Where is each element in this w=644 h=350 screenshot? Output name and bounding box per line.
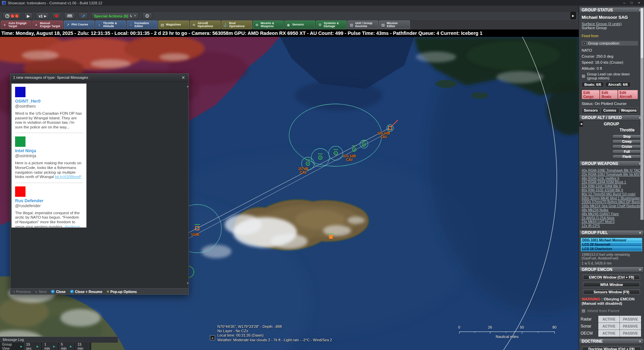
message-window-header[interactable]: 1 new messages of type: Special Messages bbox=[10, 74, 189, 82]
hashtag-link[interactable]: #wakeup bbox=[65, 225, 80, 228]
toolbar-tool-button[interactable]: BoatOperations bbox=[221, 20, 252, 29]
passive-button[interactable]: PASSIVE bbox=[620, 330, 641, 337]
panel-header-group-emcon[interactable]: GROUP EMCON« bbox=[579, 267, 644, 272]
recording-interval-button[interactable]: 1 min▶ bbox=[42, 341, 57, 350]
toolbar-tool-button[interactable]: Magazines bbox=[158, 20, 189, 29]
expand-icon[interactable]: ▲ bbox=[210, 335, 215, 340]
throttle-preset-button[interactable]: Creep bbox=[612, 139, 642, 143]
contact-label[interactable]: 125.2dBCAV bbox=[373, 131, 394, 139]
maximize-button[interactable]: □ bbox=[631, 1, 633, 5]
emcon-window-button[interactable]: EMCON Window (Ctrl + F9) bbox=[583, 275, 640, 280]
recording-interval-button[interactable]: 15 min bbox=[75, 341, 89, 350]
aircraft-count-button[interactable]: Aircraft: 6/6 bbox=[605, 82, 630, 87]
sidebar-flyout-arrow[interactable]: ▶ bbox=[571, 12, 576, 19]
edit-boats-button[interactable]: Edit Boats bbox=[600, 90, 618, 99]
toolbar-tool-button[interactable]: Plot Course bbox=[64, 20, 95, 29]
active-button[interactable]: ACTIVE bbox=[598, 330, 620, 337]
settings-button[interactable]: ⚙ bbox=[142, 12, 152, 19]
scope-left-arrow[interactable]: ◀ bbox=[579, 121, 583, 127]
weapon-link[interactable]: 22x RIM-116C RAM Blk II bbox=[582, 184, 642, 188]
fuel-unit-row[interactable]: LCS 18 Charleston bbox=[581, 247, 642, 251]
toolbar-tool-button[interactable]: ManualEngage Target bbox=[32, 20, 63, 29]
active-button[interactable]: ACTIVE bbox=[598, 323, 620, 330]
throttle-preset-button[interactable]: Cruise bbox=[612, 144, 642, 149]
recording-interval-button[interactable]: 15 sec▶ bbox=[24, 341, 41, 350]
weapon-link[interactable]: 2x AN/SLQ-25A Nixie bbox=[582, 216, 642, 220]
sidebar-scrollbar[interactable] bbox=[640, 7, 644, 220]
play-button[interactable]: ▶ bbox=[24, 12, 33, 19]
weapon-link[interactable]: 16x RGM-184A NSM Block 1 bbox=[582, 180, 642, 184]
panel-header-group-fuel[interactable]: GROUP FUEL« bbox=[579, 230, 644, 236]
close-resume-button[interactable]: ✓Close + Resume bbox=[70, 290, 102, 294]
emcon-window-button[interactable]: WRA Window bbox=[583, 282, 640, 287]
screenshot-button[interactable] bbox=[64, 12, 75, 19]
toolbar-tool-button[interactable]: AircraftOperations bbox=[190, 20, 221, 29]
passive-button[interactable]: PASSIVE bbox=[620, 316, 641, 323]
toolbar-tool-button[interactable]: Throttle &Altitude bbox=[95, 20, 126, 29]
contact-label[interactable]: 53dB bbox=[188, 233, 203, 236]
speed-x1-button[interactable]: x1▶ bbox=[36, 12, 49, 19]
edit-cargo-button[interactable]: Edit Cargo bbox=[582, 90, 600, 99]
emcon-window-button[interactable]: Sensors Window (F9) bbox=[583, 289, 640, 294]
scroll-up-icon[interactable]: ▲ bbox=[186, 84, 189, 88]
weapon-link[interactable]: 930x 30mm Mk46 Mod 1 [Bushmaster II Mk bbox=[582, 196, 642, 200]
toolbar-tool-button[interactable]: Mounts &Weapons bbox=[253, 20, 284, 29]
panel-header-doctrine[interactable]: DOCTRINE« bbox=[579, 338, 644, 344]
weapon-link[interactable]: 160x Mk214 Sea Gnat Chaff [Seduction] bbox=[582, 204, 642, 208]
group-info-tab-button[interactable]: Sensors bbox=[582, 107, 600, 113]
special-actions-button[interactable]: Special Actions (6) ϟ ▼ bbox=[91, 12, 139, 19]
scroll-down-icon[interactable]: ▼ bbox=[186, 282, 189, 285]
toolbar-tool-button[interactable]: FormationEditor bbox=[127, 20, 158, 29]
group-reform-checkbox-row[interactable]: Group Lead can slow down (group reform) bbox=[582, 72, 638, 80]
previous-button[interactable]: ◀Previous bbox=[12, 290, 31, 294]
toolbar-tool-button[interactable]: Sensors bbox=[284, 20, 315, 29]
doctrine-window-button[interactable]: Doctrine Window (Ctrl + F9) bbox=[582, 346, 641, 350]
throttle-preset-button[interactable]: Stop bbox=[612, 134, 642, 138]
weapon-link[interactable]: 80x 12.7mm/50 MG Burst [10 rnds] bbox=[582, 192, 642, 196]
fuel-unit-row[interactable]: LCS 28 Savannah bbox=[581, 242, 642, 247]
group-composition-dropdown[interactable]: ▼ Group composition: bbox=[582, 41, 638, 46]
toolbar-tool-button[interactable]: Auto EngageTarget bbox=[1, 20, 32, 29]
close-icon[interactable]: ✕ bbox=[181, 75, 185, 80]
contact-label[interactable]: 157dBCAV bbox=[294, 167, 312, 174]
boats-count-button[interactable]: Boats: 6/6 bbox=[582, 82, 604, 87]
weapon-link[interactable]: 48x RGM-114L Hellfire II bbox=[582, 177, 642, 181]
inherit-from-parent-row[interactable]: Inherit from Parent bbox=[582, 309, 644, 313]
panel-header-group-status[interactable]: GROUP STATUS« bbox=[579, 7, 644, 13]
group-view-label[interactable]: Group View bbox=[2, 342, 19, 350]
minimize-button[interactable]: – bbox=[624, 1, 626, 5]
popup-options-button[interactable]: ×Pop-up Options bbox=[107, 289, 137, 294]
toolbar-tool-button[interactable]: Unit / GroupDoctrine bbox=[347, 20, 378, 29]
weapon-link[interactable]: 12x IR-CPS bbox=[582, 224, 642, 228]
time-compression-button[interactable] bbox=[3, 12, 21, 19]
weapon-link[interactable]: 20x RGM-109J Tomahawk Blk Va MST bbox=[582, 173, 642, 177]
weapon-link[interactable]: 48x Mk245 GIANT Flare bbox=[582, 212, 642, 216]
close-button[interactable]: × bbox=[638, 1, 640, 5]
weapon-link[interactable]: 24x Mk54 LHT Mod 0 bbox=[582, 220, 642, 224]
active-button[interactable]: ACTIVE bbox=[598, 316, 620, 323]
contact-label[interactable]: 131.1dBCAV bbox=[339, 154, 360, 162]
edit-aircraft-button[interactable]: Edit Aircraft bbox=[618, 90, 638, 99]
jump-button[interactable]: ↗ bbox=[78, 12, 88, 19]
weapon-link[interactable]: 1000x 57mm/70 Bofors Mk3 GP Burst [4 rnd bbox=[582, 200, 642, 204]
group-info-tab-button[interactable]: Weapons bbox=[620, 107, 638, 113]
panel-header-group-weapons[interactable]: GROUP WEAPONS« bbox=[579, 161, 644, 166]
throttle-preset-button[interactable]: Full bbox=[612, 150, 642, 154]
checkbox-icon[interactable] bbox=[582, 74, 585, 78]
throttle-preset-button[interactable]: Flank bbox=[612, 155, 642, 159]
weapon-link[interactable]: 40x RGM-109E Tomahawk Blk IV TACTOM bbox=[582, 169, 642, 173]
fuel-unit-row[interactable]: DDG 1001 Michael Monsoor bbox=[581, 238, 642, 242]
group-units-link[interactable]: Surface Group (3 units) bbox=[582, 22, 638, 26]
checkbox-icon[interactable] bbox=[582, 309, 585, 313]
toolbar-tool-button[interactable]: MissionEditor bbox=[379, 20, 410, 29]
record-button[interactable] bbox=[52, 12, 61, 19]
passive-button[interactable]: PASSIVE bbox=[620, 323, 641, 330]
scrollbar-thumb[interactable] bbox=[641, 8, 643, 58]
weapon-link[interactable]: 80x RIM-162E ESSM Blk II bbox=[582, 188, 642, 192]
panel-header-alt-speed[interactable]: GROUP ALT / SPEED« bbox=[579, 115, 644, 120]
post-link[interactable]: bit.ly/41RBmpP bbox=[55, 175, 82, 179]
group-info-tab-button[interactable]: Comms bbox=[601, 107, 619, 113]
recording-interval-button[interactable]: 5 min▶ bbox=[59, 341, 74, 350]
toolbar-tool-button[interactable]: Systems &Damage bbox=[316, 20, 347, 29]
close-messages-button[interactable]: ✓Close bbox=[51, 290, 66, 294]
